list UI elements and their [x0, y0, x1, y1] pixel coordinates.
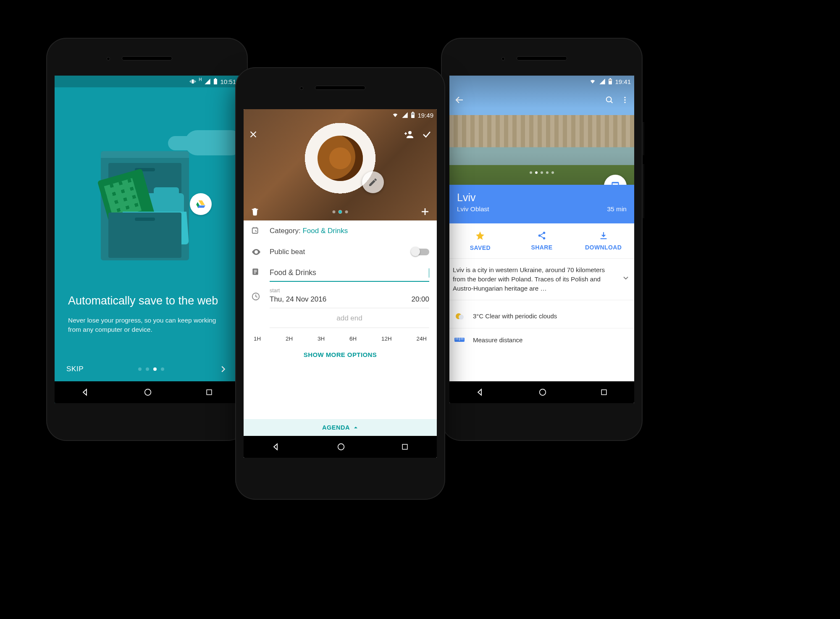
onboarding-title: Automatically save to the web: [68, 294, 226, 308]
download-label: DOWNLOAD: [585, 244, 622, 251]
category-row[interactable]: Category: Food & Drinks: [244, 220, 437, 241]
search-icon: [605, 95, 614, 105]
place-actions: SAVED SHARE DOWNLOAD: [449, 223, 634, 259]
delete-image-button[interactable]: [250, 207, 260, 216]
duration-3h[interactable]: 3H: [318, 336, 325, 342]
onboarding-illustration: [55, 101, 239, 273]
more-vert-icon: [621, 96, 629, 104]
svg-rect-34: [412, 112, 414, 113]
battery-icon: [608, 78, 612, 85]
duration-presets: 1H 2H 3H 6H 12H 24H: [244, 328, 437, 345]
svg-rect-1: [191, 80, 191, 82]
nav-home-button[interactable]: [143, 388, 152, 397]
nav-recents-button[interactable]: [205, 388, 213, 396]
overflow-menu-button[interactable]: [621, 96, 629, 104]
search-button[interactable]: [605, 95, 614, 105]
nav-recents-button[interactable]: [600, 388, 608, 396]
svg-point-48: [338, 444, 344, 450]
svg-rect-32: [601, 390, 606, 395]
chevron-down-icon: [622, 274, 630, 285]
status-bar: 19:41: [449, 76, 634, 87]
svg-rect-11: [609, 79, 612, 81]
category-value: Food & Drinks: [302, 227, 348, 235]
edit-image-button[interactable]: [362, 171, 384, 193]
saved-label: SAVED: [470, 244, 491, 251]
close-icon: [249, 130, 258, 139]
saved-action[interactable]: SAVED: [449, 223, 511, 258]
duration-24h[interactable]: 24H: [416, 336, 426, 342]
check-icon: [422, 129, 432, 139]
agenda-toggle[interactable]: AGENDA: [244, 419, 437, 436]
show-more-options-button[interactable]: SHOW MORE OPTIONS: [244, 345, 437, 362]
status-bar: 19:49: [244, 109, 437, 121]
place-description-row[interactable]: Lviv is a city in western Ukraine, aroun…: [449, 259, 634, 300]
chevron-right-icon: [218, 365, 228, 374]
svg-rect-3: [190, 81, 190, 82]
skip-button[interactable]: SKIP: [66, 365, 84, 373]
duration-12h[interactable]: 12H: [381, 336, 391, 342]
chevron-up-icon: [353, 425, 358, 430]
svg-point-16: [624, 99, 625, 100]
trash-icon: [250, 207, 260, 216]
place-title-bar[interactable]: Lviv Lviv Oblast 35 min: [449, 185, 634, 223]
eye-icon: [251, 247, 270, 257]
nav-back-button[interactable]: [475, 387, 486, 397]
wifi-icon: [589, 79, 596, 84]
page-dots: [138, 367, 164, 371]
add-image-button[interactable]: [420, 207, 430, 217]
phone-volume-button: [445, 193, 447, 248]
duration-6h[interactable]: 6H: [349, 336, 357, 342]
download-action[interactable]: DOWNLOAD: [572, 223, 634, 258]
nav-home-button[interactable]: [336, 442, 346, 451]
nav-back-button[interactable]: [271, 442, 281, 452]
svg-rect-5: [214, 79, 217, 84]
nav-home-button[interactable]: [538, 388, 547, 397]
battery-icon: [411, 112, 415, 118]
svg-rect-35: [412, 113, 414, 115]
phone-maps-place: 19:41 Lviv Lviv Oblast 35 min: [441, 38, 643, 441]
cellular-icon: [599, 78, 606, 85]
clock-icon: [251, 286, 270, 303]
weather-row[interactable]: 3°C Clear with periodic clouds: [449, 304, 634, 328]
phone-earpiece: [315, 86, 365, 90]
svg-rect-10: [610, 78, 611, 79]
star-icon: [475, 231, 485, 242]
close-button[interactable]: [249, 130, 258, 139]
confirm-button[interactable]: [422, 129, 432, 139]
phone-earpiece: [122, 56, 172, 60]
svg-rect-8: [207, 390, 212, 395]
status-time: 10:51: [220, 78, 236, 85]
svg-point-7: [145, 389, 151, 396]
status-bar: H 10:51: [55, 76, 239, 87]
next-button[interactable]: [218, 365, 228, 374]
travel-time: 35 min: [607, 205, 627, 213]
note-field-row: Food & Drinks: [244, 264, 437, 282]
svg-point-20: [543, 237, 546, 240]
svg-rect-0: [192, 79, 194, 83]
start-datetime-row[interactable]: Thu, 24 Nov 2016 20:00: [270, 294, 429, 308]
cellular-icon: [402, 112, 408, 118]
svg-rect-2: [194, 80, 195, 82]
nav-back-button[interactable]: [81, 387, 91, 397]
public-beat-toggle[interactable]: [412, 249, 429, 255]
nav-recents-button[interactable]: [401, 443, 409, 451]
pencil-icon: [368, 177, 378, 187]
android-nav-bar: [244, 436, 437, 458]
measure-distance-row[interactable]: Measure distance: [449, 328, 634, 351]
svg-point-19: [538, 234, 541, 237]
start-label: start: [270, 288, 280, 294]
note-input[interactable]: Food & Drinks: [270, 264, 429, 282]
share-action[interactable]: SHARE: [511, 223, 573, 258]
svg-point-17: [624, 102, 625, 103]
duration-2h[interactable]: 2H: [286, 336, 293, 342]
ruler-icon: [454, 337, 465, 343]
category-icon: [251, 226, 270, 236]
hero-page-dots: [530, 171, 554, 174]
cellular-icon: [204, 78, 211, 85]
add-person-button[interactable]: [404, 129, 414, 139]
add-end-button[interactable]: add end: [270, 308, 429, 328]
back-button[interactable]: [454, 95, 465, 105]
public-beat-row[interactable]: Public beat: [244, 241, 437, 262]
place-description: Lviv is a city in western Ukraine, aroun…: [453, 266, 605, 292]
duration-1h[interactable]: 1H: [254, 336, 261, 342]
